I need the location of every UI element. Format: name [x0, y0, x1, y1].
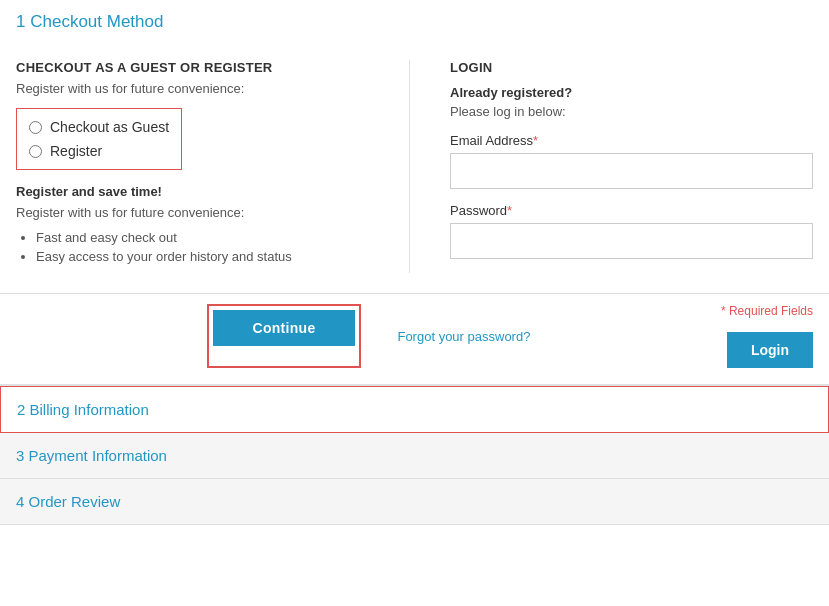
- page-wrapper: 1 Checkout Method CHECKOUT AS A GUEST OR…: [0, 0, 829, 606]
- email-required-star: *: [533, 133, 538, 148]
- login-column: LOGIN Already registered? Please log in …: [430, 60, 813, 273]
- forgot-row: Forgot your password?: [377, 304, 530, 368]
- password-required-star: *: [507, 203, 512, 218]
- radio-options-box: Checkout as Guest Register: [16, 108, 182, 170]
- order-review-label: Order Review: [29, 493, 121, 510]
- checkout-method-title: 1 Checkout Method: [0, 0, 829, 40]
- billing-info-label: Billing Information: [30, 401, 149, 418]
- password-form-group: Password*: [450, 203, 813, 259]
- action-row: Continue Forgot your password? * Require…: [0, 294, 829, 385]
- billing-information-link[interactable]: 2 Billing Information: [1, 387, 828, 432]
- benefit-1: Fast and easy check out: [36, 230, 379, 245]
- payment-step-number: 3: [16, 447, 24, 464]
- login-button[interactable]: Login: [727, 332, 813, 368]
- register-radio[interactable]: [29, 145, 42, 158]
- already-registered-text: Already registered?: [450, 85, 813, 100]
- email-form-group: Email Address*: [450, 133, 813, 189]
- billing-step-number: 2: [17, 401, 25, 418]
- benefits-list: Fast and easy check out Easy access to y…: [16, 230, 379, 264]
- guest-register-heading: CHECKOUT AS A GUEST OR REGISTER: [16, 60, 379, 75]
- checkout-method-label: Checkout Method: [30, 12, 163, 31]
- register-label: Register: [50, 143, 102, 159]
- register-option[interactable]: Register: [29, 143, 169, 159]
- step-1-number: 1: [16, 12, 25, 31]
- continue-right: * Required Fields Login: [721, 304, 813, 368]
- payment-information-section: 3 Payment Information: [0, 433, 829, 479]
- continue-left: Continue Forgot your password?: [16, 304, 721, 368]
- guest-register-column: CHECKOUT AS A GUEST OR REGISTER Register…: [16, 60, 410, 273]
- checkout-columns: CHECKOUT AS A GUEST OR REGISTER Register…: [0, 40, 829, 294]
- payment-info-label: Payment Information: [29, 447, 167, 464]
- continue-btn-wrapper: Continue: [207, 304, 362, 368]
- checkout-guest-label: Checkout as Guest: [50, 119, 169, 135]
- email-label: Email Address*: [450, 133, 813, 148]
- payment-information-link[interactable]: 3 Payment Information: [0, 433, 829, 478]
- checkout-guest-radio[interactable]: [29, 121, 42, 134]
- checkout-guest-option[interactable]: Checkout as Guest: [29, 119, 169, 135]
- checkout-method-section: 1 Checkout Method CHECKOUT AS A GUEST OR…: [0, 0, 829, 386]
- register-save-title: Register and save time!: [16, 184, 379, 199]
- continue-button[interactable]: Continue: [213, 310, 356, 346]
- login-heading: LOGIN: [450, 60, 813, 75]
- email-input[interactable]: [450, 153, 813, 189]
- guest-register-subtitle: Register with us for future convenience:: [16, 81, 379, 96]
- password-label: Password*: [450, 203, 813, 218]
- order-step-number: 4: [16, 493, 24, 510]
- password-input[interactable]: [450, 223, 813, 259]
- benefit-2: Easy access to your order history and st…: [36, 249, 379, 264]
- required-fields-note: * Required Fields: [721, 304, 813, 318]
- forgot-password-link[interactable]: Forgot your password?: [397, 329, 530, 344]
- order-review-section: 4 Order Review: [0, 479, 829, 525]
- billing-information-section: 2 Billing Information: [0, 386, 829, 433]
- please-login-text: Please log in below:: [450, 104, 813, 119]
- order-review-link[interactable]: 4 Order Review: [0, 479, 829, 524]
- register-convenience-text: Register with us for future convenience:: [16, 205, 379, 220]
